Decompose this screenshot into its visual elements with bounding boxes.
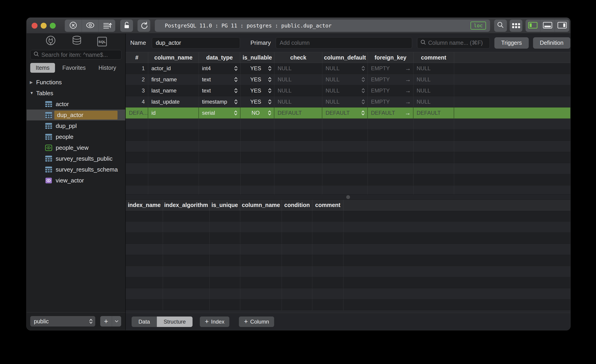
tree-group-functions[interactable]: ▶ Functions (27, 77, 125, 88)
empty-row[interactable] (126, 141, 570, 152)
apps-grid-icon (512, 23, 520, 28)
empty-row[interactable] (126, 119, 570, 130)
column-search-input[interactable] (428, 39, 487, 46)
sidebar-search-input[interactable] (41, 52, 119, 58)
add-column-button[interactable]: + Column (239, 317, 274, 327)
table-name-input[interactable] (152, 37, 240, 49)
tree-item-actor[interactable]: actor (27, 99, 125, 110)
column-header-filler (454, 52, 570, 63)
sidebar-tab-items[interactable]: Items (30, 63, 55, 73)
updown-chevrons-icon[interactable] (361, 88, 365, 94)
primary-key-input[interactable] (276, 37, 412, 49)
column-header-comment[interactable]: comment (413, 52, 454, 63)
chevron-right-icon: ▶ (30, 80, 35, 85)
empty-row[interactable] (126, 152, 570, 163)
close-window-button[interactable] (32, 23, 37, 29)
empty-row[interactable] (126, 244, 570, 255)
column-row[interactable]: 1 actor_id int4 YES NULL NULL EMPTY→ NUL… (126, 63, 570, 74)
updown-chevrons-icon[interactable] (361, 65, 365, 72)
updown-chevrons-icon[interactable] (234, 65, 238, 72)
tree-group-tables[interactable]: ▼ Tables (27, 88, 125, 99)
empty-row[interactable] (126, 163, 570, 174)
minimize-window-button[interactable] (41, 23, 47, 29)
plug-icon[interactable] (45, 35, 56, 48)
index-header-index_name[interactable]: index_name (126, 200, 163, 210)
column-search-field[interactable] (417, 37, 490, 49)
empty-row[interactable] (126, 130, 570, 141)
column-row[interactable]: 4 last_update timestamp YES NULL NULL EM… (126, 96, 570, 107)
column-row[interactable]: 3 last_name text YES NULL NULL EMPTY→ NU… (126, 85, 570, 96)
column-header-check[interactable]: check (274, 52, 322, 63)
toggle-bottom-panel-button[interactable] (540, 20, 555, 32)
empty-row[interactable] (126, 266, 570, 277)
zoom-window-button[interactable] (50, 23, 56, 29)
preview-button[interactable] (82, 20, 98, 32)
tree-item-dup_actor[interactable]: dup_actor (27, 110, 125, 120)
updown-chevrons-icon[interactable] (268, 110, 272, 116)
disconnect-button[interactable] (65, 20, 82, 32)
tree-item-survey_results_public[interactable]: survey_results_public (27, 153, 125, 164)
lock-button[interactable] (120, 20, 133, 32)
column-row[interactable]: DEFA... id serial NO DEFAULT DEFAULT DEF… (126, 107, 570, 119)
column-header-foreign_key[interactable]: foreign_key (368, 52, 413, 63)
column-header-num[interactable]: # (126, 52, 148, 63)
panel-left-icon (528, 21, 538, 30)
column-header-column_default[interactable]: column_default (322, 52, 368, 63)
tree-item-survey_results_schema[interactable]: survey_results_schema (27, 164, 125, 175)
refresh-button[interactable] (138, 20, 150, 32)
updown-chevrons-icon[interactable] (361, 110, 365, 116)
empty-row[interactable] (126, 277, 570, 288)
updown-chevrons-icon[interactable] (268, 65, 272, 72)
index-header-index_algorithm[interactable]: index_algorithm (163, 200, 209, 210)
log-button[interactable] (98, 20, 115, 32)
empty-row[interactable] (126, 288, 570, 299)
add-item-button[interactable]: + (100, 316, 112, 327)
sidebar-tab-history[interactable]: History (93, 63, 122, 73)
index-header-condition[interactable]: condition (282, 200, 312, 210)
empty-row[interactable] (126, 222, 570, 233)
tree-group-label: Tables (36, 90, 53, 97)
toggle-right-panel-button[interactable] (555, 20, 569, 32)
tree-item-people[interactable]: people (27, 131, 125, 142)
column-row[interactable]: 2 first_name text YES NULL NULL EMPTY→ N… (126, 74, 570, 85)
definition-button[interactable]: Definition (533, 37, 570, 49)
updown-chevrons-icon[interactable] (268, 76, 272, 83)
updown-chevrons-icon[interactable] (234, 88, 238, 94)
updown-chevrons-icon[interactable] (361, 99, 365, 105)
index-header-column_name[interactable]: column_name (240, 200, 282, 210)
database-icon[interactable] (71, 35, 82, 48)
schema-select[interactable]: public (30, 316, 95, 327)
splitter-handle[interactable] (346, 195, 350, 199)
empty-row[interactable] (126, 174, 570, 186)
sidebar-search-field[interactable] (30, 50, 122, 59)
column-header-is_nullable[interactable]: is_nullable (240, 52, 274, 63)
tree-item-people_view[interactable]: people_view (27, 142, 125, 153)
empty-row[interactable] (126, 233, 570, 244)
column-header-data_type[interactable]: data_type (199, 52, 240, 63)
updown-chevrons-icon[interactable] (268, 88, 272, 94)
updown-chevrons-icon[interactable] (361, 76, 365, 83)
toggle-left-panel-button[interactable] (526, 20, 540, 32)
updown-chevrons-icon[interactable] (234, 99, 238, 105)
add-item-menu-button[interactable] (112, 316, 121, 327)
add-index-button[interactable]: + Index (200, 317, 229, 327)
updown-chevrons-icon[interactable] (268, 99, 272, 105)
sql-icon[interactable]: SQL (97, 37, 107, 46)
triggers-button[interactable]: Triggers (494, 37, 529, 49)
apps-grid-button[interactable] (510, 20, 522, 32)
column-header-column_name[interactable]: column_name (148, 52, 199, 63)
updown-chevrons-icon[interactable] (234, 76, 238, 83)
global-search-button[interactable] (494, 20, 507, 32)
empty-row[interactable] (126, 299, 570, 311)
updown-chevrons-icon[interactable] (234, 110, 238, 116)
tree-item-view_actor[interactable]: view_actor (27, 175, 125, 186)
empty-row[interactable] (126, 186, 570, 194)
sidebar-tab-favorites[interactable]: Favorites (57, 63, 91, 73)
tree-item-dup_ppl[interactable]: dup_ppl (27, 120, 125, 131)
empty-row[interactable] (126, 255, 570, 266)
index-header-is_unique[interactable]: is_unique (209, 200, 240, 210)
view-tab-structure[interactable]: Structure (157, 317, 193, 327)
empty-row[interactable] (126, 210, 570, 222)
view-tab-data[interactable]: Data (132, 317, 157, 327)
index-header-comment[interactable]: comment (312, 200, 343, 210)
